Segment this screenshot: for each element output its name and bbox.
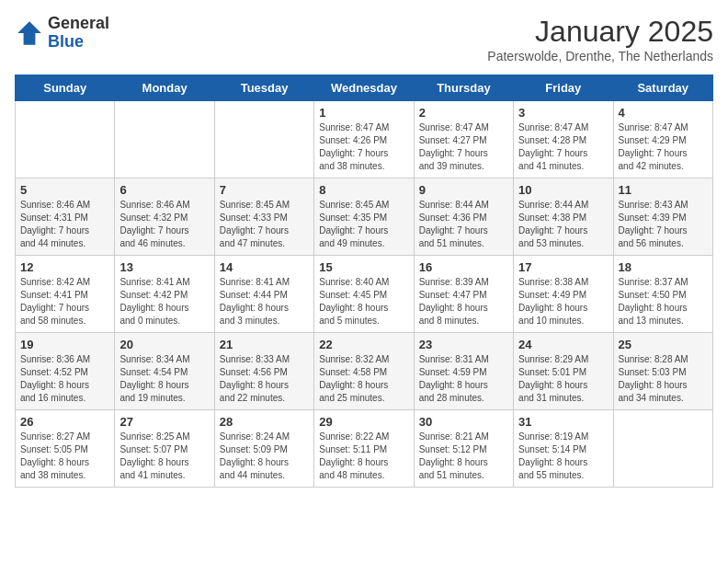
- day-number: 25: [619, 338, 708, 351]
- day-info: Sunrise: 8:39 AM Sunset: 4:47 PM Dayligh…: [419, 276, 508, 327]
- day-info: Sunrise: 8:41 AM Sunset: 4:44 PM Dayligh…: [220, 276, 309, 327]
- day-number: 28: [220, 415, 309, 429]
- weekday-header-sunday: Sunday: [16, 75, 115, 101]
- day-number: 18: [619, 260, 708, 274]
- weekday-header-saturday: Saturday: [613, 75, 712, 101]
- day-info: Sunrise: 8:31 AM Sunset: 4:59 PM Dayligh…: [419, 353, 508, 405]
- page-header: General Blue January 2025 Paterswolde, D…: [15, 15, 713, 63]
- day-number: 19: [20, 338, 109, 351]
- logo-blue-text: Blue: [48, 33, 109, 52]
- title-block: January 2025 Paterswolde, Drenthe, The N…: [487, 15, 713, 63]
- calendar-cell: 10Sunrise: 8:44 AM Sunset: 4:38 PM Dayli…: [514, 178, 613, 256]
- calendar-cell: 24Sunrise: 8:29 AM Sunset: 5:01 PM Dayli…: [514, 333, 613, 410]
- day-info: Sunrise: 8:27 AM Sunset: 5:05 PM Dayligh…: [20, 431, 109, 482]
- month-title: January 2025: [487, 15, 713, 49]
- day-number: 30: [419, 415, 508, 429]
- calendar-cell: 17Sunrise: 8:38 AM Sunset: 4:49 PM Dayli…: [514, 256, 613, 333]
- day-info: Sunrise: 8:43 AM Sunset: 4:39 PM Dayligh…: [619, 199, 708, 250]
- calendar-cell: 16Sunrise: 8:39 AM Sunset: 4:47 PM Dayli…: [414, 256, 513, 333]
- day-info: Sunrise: 8:19 AM Sunset: 5:14 PM Dayligh…: [518, 431, 608, 482]
- day-info: Sunrise: 8:46 AM Sunset: 4:31 PM Dayligh…: [20, 199, 109, 250]
- day-info: Sunrise: 8:44 AM Sunset: 4:36 PM Dayligh…: [419, 199, 508, 250]
- day-number: 11: [619, 183, 708, 197]
- logo: General Blue: [15, 15, 109, 52]
- calendar-cell: 14Sunrise: 8:41 AM Sunset: 4:44 PM Dayli…: [214, 256, 313, 333]
- weekday-header-monday: Monday: [115, 75, 214, 101]
- day-number: 21: [220, 338, 309, 351]
- day-info: Sunrise: 8:24 AM Sunset: 5:09 PM Dayligh…: [220, 431, 309, 482]
- calendar-cell: 31Sunrise: 8:19 AM Sunset: 5:14 PM Dayli…: [514, 410, 613, 488]
- weekday-header-friday: Friday: [514, 75, 613, 101]
- day-info: Sunrise: 8:34 AM Sunset: 4:54 PM Dayligh…: [119, 353, 209, 405]
- day-info: Sunrise: 8:38 AM Sunset: 4:49 PM Dayligh…: [518, 276, 608, 327]
- calendar-cell: 29Sunrise: 8:22 AM Sunset: 5:11 PM Dayli…: [314, 410, 414, 488]
- calendar-cell: 11Sunrise: 8:43 AM Sunset: 4:39 PM Dayli…: [613, 178, 712, 256]
- day-number: 14: [220, 260, 309, 274]
- calendar-cell: 21Sunrise: 8:33 AM Sunset: 4:56 PM Dayli…: [214, 333, 313, 410]
- day-number: 23: [419, 338, 508, 351]
- location-subtitle: Paterswolde, Drenthe, The Netherlands: [487, 49, 713, 63]
- calendar-cell: 9Sunrise: 8:44 AM Sunset: 4:36 PM Daylig…: [414, 178, 513, 256]
- day-number: 24: [518, 338, 608, 351]
- calendar-week-5: 26Sunrise: 8:27 AM Sunset: 5:05 PM Dayli…: [16, 410, 713, 488]
- day-number: 7: [220, 183, 309, 197]
- calendar-cell: 30Sunrise: 8:21 AM Sunset: 5:12 PM Dayli…: [414, 410, 513, 488]
- day-info: Sunrise: 8:45 AM Sunset: 4:35 PM Dayligh…: [319, 199, 408, 250]
- calendar-cell: 7Sunrise: 8:45 AM Sunset: 4:33 PM Daylig…: [214, 178, 313, 256]
- day-info: Sunrise: 8:33 AM Sunset: 4:56 PM Dayligh…: [220, 353, 309, 405]
- day-number: 17: [518, 260, 608, 274]
- calendar-cell: [613, 410, 712, 488]
- day-number: 31: [518, 415, 608, 429]
- calendar-cell: [16, 101, 115, 178]
- day-info: Sunrise: 8:21 AM Sunset: 5:12 PM Dayligh…: [419, 431, 508, 482]
- day-number: 29: [319, 415, 408, 429]
- logo-general-text: General: [48, 15, 109, 33]
- day-info: Sunrise: 8:42 AM Sunset: 4:41 PM Dayligh…: [20, 276, 109, 327]
- day-info: Sunrise: 8:37 AM Sunset: 4:50 PM Dayligh…: [619, 276, 708, 327]
- day-number: 2: [419, 106, 508, 120]
- calendar-week-2: 5Sunrise: 8:46 AM Sunset: 4:31 PM Daylig…: [16, 178, 713, 256]
- day-info: Sunrise: 8:28 AM Sunset: 5:03 PM Dayligh…: [619, 353, 708, 405]
- day-number: 20: [119, 338, 209, 351]
- calendar-cell: 2Sunrise: 8:47 AM Sunset: 4:27 PM Daylig…: [414, 101, 513, 178]
- calendar-cell: 26Sunrise: 8:27 AM Sunset: 5:05 PM Dayli…: [16, 410, 115, 488]
- calendar-week-1: 1Sunrise: 8:47 AM Sunset: 4:26 PM Daylig…: [16, 101, 713, 178]
- day-number: 1: [319, 106, 408, 120]
- calendar-cell: 25Sunrise: 8:28 AM Sunset: 5:03 PM Dayli…: [613, 333, 712, 410]
- day-number: 5: [20, 183, 109, 197]
- calendar-week-4: 19Sunrise: 8:36 AM Sunset: 4:52 PM Dayli…: [16, 333, 713, 410]
- day-number: 15: [319, 260, 408, 274]
- day-info: Sunrise: 8:47 AM Sunset: 4:29 PM Dayligh…: [619, 121, 708, 173]
- calendar-cell: 1Sunrise: 8:47 AM Sunset: 4:26 PM Daylig…: [314, 101, 414, 178]
- day-info: Sunrise: 8:29 AM Sunset: 5:01 PM Dayligh…: [518, 353, 608, 405]
- calendar-cell: 28Sunrise: 8:24 AM Sunset: 5:09 PM Dayli…: [214, 410, 313, 488]
- calendar-table: SundayMondayTuesdayWednesdayThursdayFrid…: [15, 75, 713, 488]
- calendar-body: 1Sunrise: 8:47 AM Sunset: 4:26 PM Daylig…: [16, 101, 713, 488]
- logo-icon: [15, 18, 44, 48]
- calendar-header: SundayMondayTuesdayWednesdayThursdayFrid…: [16, 75, 713, 101]
- day-info: Sunrise: 8:44 AM Sunset: 4:38 PM Dayligh…: [518, 199, 608, 250]
- calendar-cell: 3Sunrise: 8:47 AM Sunset: 4:28 PM Daylig…: [514, 101, 613, 178]
- day-number: 3: [518, 106, 608, 120]
- day-info: Sunrise: 8:47 AM Sunset: 4:26 PM Dayligh…: [319, 121, 408, 173]
- calendar-cell: 27Sunrise: 8:25 AM Sunset: 5:07 PM Dayli…: [115, 410, 214, 488]
- calendar-cell: 20Sunrise: 8:34 AM Sunset: 4:54 PM Dayli…: [115, 333, 214, 410]
- weekday-header-thursday: Thursday: [414, 75, 513, 101]
- day-number: 26: [20, 415, 109, 429]
- day-info: Sunrise: 8:25 AM Sunset: 5:07 PM Dayligh…: [119, 431, 209, 482]
- day-number: 4: [619, 106, 708, 120]
- day-number: 16: [419, 260, 508, 274]
- calendar-cell: 12Sunrise: 8:42 AM Sunset: 4:41 PM Dayli…: [16, 256, 115, 333]
- calendar-cell: [214, 101, 313, 178]
- weekday-header-tuesday: Tuesday: [214, 75, 313, 101]
- day-number: 10: [518, 183, 608, 197]
- calendar-cell: 18Sunrise: 8:37 AM Sunset: 4:50 PM Dayli…: [613, 256, 712, 333]
- calendar-week-3: 12Sunrise: 8:42 AM Sunset: 4:41 PM Dayli…: [16, 256, 713, 333]
- calendar-cell: 8Sunrise: 8:45 AM Sunset: 4:35 PM Daylig…: [314, 178, 414, 256]
- day-number: 22: [319, 338, 408, 351]
- calendar-cell: [115, 101, 214, 178]
- day-info: Sunrise: 8:47 AM Sunset: 4:27 PM Dayligh…: [419, 121, 508, 173]
- logo-text: General Blue: [48, 15, 109, 52]
- day-info: Sunrise: 8:41 AM Sunset: 4:42 PM Dayligh…: [119, 276, 209, 327]
- calendar-cell: 5Sunrise: 8:46 AM Sunset: 4:31 PM Daylig…: [16, 178, 115, 256]
